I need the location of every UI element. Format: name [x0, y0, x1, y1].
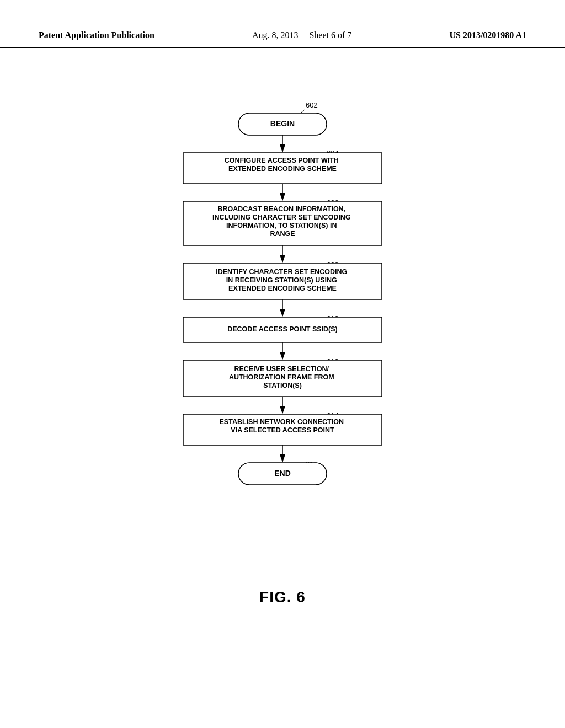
- page: Patent Application Publication Aug. 8, 2…: [0, 0, 565, 728]
- page-header: Patent Application Publication Aug. 8, 2…: [0, 0, 565, 48]
- publication-label: Patent Application Publication: [39, 30, 154, 40]
- sheet-info: Sheet 6 of 7: [309, 30, 351, 40]
- label-614: ESTABLISH NETWORK CONNECTION VIA SELECTE…: [220, 418, 346, 434]
- label-begin: BEGIN: [270, 119, 295, 128]
- label-end: END: [274, 469, 291, 478]
- header-date-sheet: Aug. 8, 2013 Sheet 6 of 7: [252, 30, 351, 40]
- label-604: CONFIGURE ACCESS POINT WITH EXTENDED ENC…: [225, 157, 341, 173]
- ref-602: 602: [306, 101, 318, 109]
- label-610: DECODE ACCESS POINT SSID(S): [227, 325, 338, 333]
- diagram-container: 602 BEGIN 604 CONFIGURE ACCESS POINT WIT…: [0, 48, 565, 606]
- flowchart-diagram: 602 BEGIN 604 CONFIGURE ACCESS POINT WIT…: [117, 81, 448, 577]
- publication-number: US 2013/0201980 A1: [449, 30, 526, 40]
- figure-label: FIG. 6: [259, 588, 306, 606]
- publication-date: Aug. 8, 2013: [252, 30, 299, 40]
- label-608: IDENTIFY CHARACTER SET ENCODING IN RECEI…: [216, 268, 349, 292]
